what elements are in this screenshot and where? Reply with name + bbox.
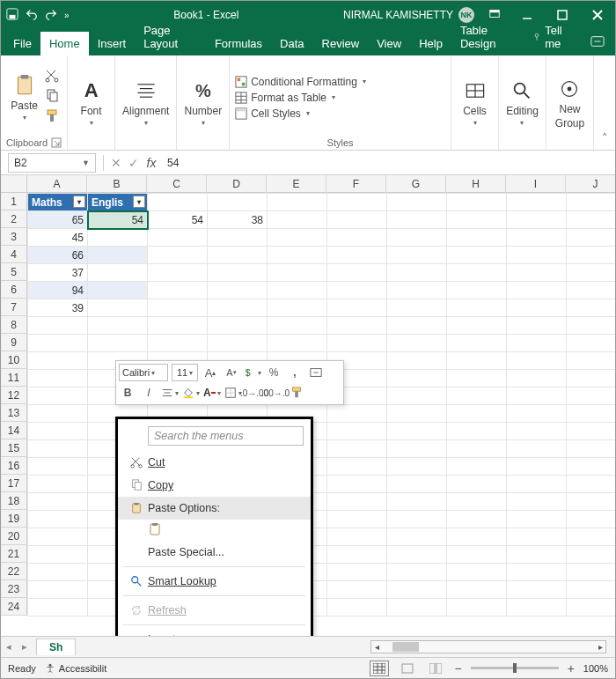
cell-E1[interactable] xyxy=(268,194,327,211)
cell-E8[interactable] xyxy=(268,317,327,335)
cell-I17[interactable] xyxy=(507,476,567,493)
cell-G5[interactable] xyxy=(387,264,447,282)
ctx-cut[interactable]: Cut xyxy=(118,451,311,474)
cell-F13[interactable] xyxy=(327,405,387,423)
fx-icon[interactable]: fx xyxy=(143,156,160,170)
mini-size-combo[interactable]: 11▾ xyxy=(172,364,198,381)
cell-H19[interactable] xyxy=(447,511,507,528)
cell-J11[interactable] xyxy=(567,370,616,387)
cell-G19[interactable] xyxy=(387,511,447,528)
enter-formula-icon[interactable]: ✓ xyxy=(125,156,143,170)
cell-G1[interactable] xyxy=(387,194,447,211)
font-color-icon[interactable]: A▾ xyxy=(203,384,221,402)
autosave-icon[interactable] xyxy=(6,8,18,23)
cell-F6[interactable] xyxy=(327,282,387,299)
row-header-4[interactable]: 4 xyxy=(1,246,27,263)
cell-B9[interactable] xyxy=(88,335,148,352)
cell-I11[interactable] xyxy=(507,370,567,387)
cell-G2[interactable] xyxy=(387,211,447,229)
bold-icon[interactable]: B xyxy=(119,384,136,402)
cell-H8[interactable] xyxy=(447,317,507,335)
cell-A14[interactable] xyxy=(28,423,88,440)
ctx-paste-option-paste[interactable] xyxy=(118,520,311,541)
cell-H4[interactable] xyxy=(447,247,507,264)
cell-A10[interactable] xyxy=(28,352,88,370)
sheet-nav-first-icon[interactable]: ◂ xyxy=(1,641,17,653)
tab-formulas[interactable]: Formulas xyxy=(206,32,271,55)
cell-D9[interactable] xyxy=(208,335,268,352)
cell-E5[interactable] xyxy=(268,264,327,282)
cell-F24[interactable] xyxy=(327,599,387,616)
paste-button[interactable]: Paste ▾ xyxy=(9,71,40,123)
cell-H1[interactable] xyxy=(447,194,507,211)
accounting-format-icon[interactable]: $▾ xyxy=(244,364,261,381)
cell-I1[interactable] xyxy=(507,194,567,211)
cell-J14[interactable] xyxy=(567,423,616,440)
cut-icon[interactable] xyxy=(45,69,59,85)
cell-H5[interactable] xyxy=(447,264,507,282)
cell-E4[interactable] xyxy=(268,247,327,264)
col-header-J[interactable]: J xyxy=(566,175,615,193)
cell-F3[interactable] xyxy=(327,229,387,247)
dialog-launcher-icon[interactable] xyxy=(51,137,62,148)
cell-B1[interactable]: Englis▾ xyxy=(88,194,148,211)
cell-I6[interactable] xyxy=(507,282,567,299)
cell-H13[interactable] xyxy=(447,405,507,423)
font-group-button[interactable]: AFont▾ xyxy=(77,77,106,129)
cell-H9[interactable] xyxy=(447,335,507,352)
cell-E3[interactable] xyxy=(268,229,327,247)
cell-J22[interactable] xyxy=(567,564,616,581)
row-header-10[interactable]: 10 xyxy=(1,351,27,369)
cell-G4[interactable] xyxy=(387,247,447,264)
cell-A6[interactable]: 94 xyxy=(28,282,88,299)
cell-H3[interactable] xyxy=(447,229,507,247)
row-header-20[interactable]: 20 xyxy=(1,528,27,545)
cancel-formula-icon[interactable]: ✕ xyxy=(107,156,125,170)
cell-G22[interactable] xyxy=(387,564,447,581)
cell-A8[interactable] xyxy=(28,317,88,335)
cell-G10[interactable] xyxy=(387,352,447,370)
cell-I19[interactable] xyxy=(507,511,567,528)
cell-H14[interactable] xyxy=(447,423,507,440)
cell-F1[interactable] xyxy=(327,194,387,211)
tab-view[interactable]: View xyxy=(368,32,410,55)
cell-F18[interactable] xyxy=(327,493,387,511)
format-as-table-button[interactable]: Format as Table ▾ xyxy=(235,92,366,104)
cell-D7[interactable] xyxy=(208,299,268,317)
percent-icon[interactable]: % xyxy=(265,364,282,381)
fill-color-icon[interactable]: ▾ xyxy=(182,384,200,402)
row-header-1[interactable]: 1 xyxy=(1,193,27,210)
ctx-paste-special[interactable]: Paste Special... xyxy=(118,541,311,564)
cell-D3[interactable] xyxy=(208,229,268,247)
cell-I18[interactable] xyxy=(507,493,567,511)
cell-A11[interactable] xyxy=(28,370,88,387)
cell-I20[interactable] xyxy=(507,528,567,546)
cell-B3[interactable] xyxy=(88,229,148,247)
cell-J19[interactable] xyxy=(567,511,616,528)
row-header-22[interactable]: 22 xyxy=(1,563,27,580)
comma-style-icon[interactable]: , xyxy=(286,364,304,381)
tab-help[interactable]: Help xyxy=(410,32,451,55)
col-header-H[interactable]: H xyxy=(446,175,506,193)
cell-J6[interactable] xyxy=(567,282,616,299)
scroll-thumb[interactable] xyxy=(392,642,419,652)
row-header-2[interactable]: 2 xyxy=(1,210,27,228)
cell-D4[interactable] xyxy=(208,247,268,264)
row-header-21[interactable]: 21 xyxy=(1,545,27,563)
cell-F4[interactable] xyxy=(327,247,387,264)
cell-F2[interactable] xyxy=(327,211,387,229)
cell-C6[interactable] xyxy=(148,282,208,299)
row-header-6[interactable]: 6 xyxy=(1,281,27,299)
cell-B5[interactable] xyxy=(88,264,148,282)
cell-G21[interactable] xyxy=(387,546,447,564)
row-header-15[interactable]: 15 xyxy=(1,439,27,457)
cell-J17[interactable] xyxy=(567,476,616,493)
cell-I10[interactable] xyxy=(507,352,567,370)
italic-icon[interactable]: I xyxy=(140,384,158,402)
cell-I24[interactable] xyxy=(507,599,567,616)
cell-A9[interactable] xyxy=(28,335,88,352)
cell-G14[interactable] xyxy=(387,423,447,440)
cell-F7[interactable] xyxy=(327,299,387,317)
cell-I9[interactable] xyxy=(507,335,567,352)
cell-J10[interactable] xyxy=(567,352,616,370)
